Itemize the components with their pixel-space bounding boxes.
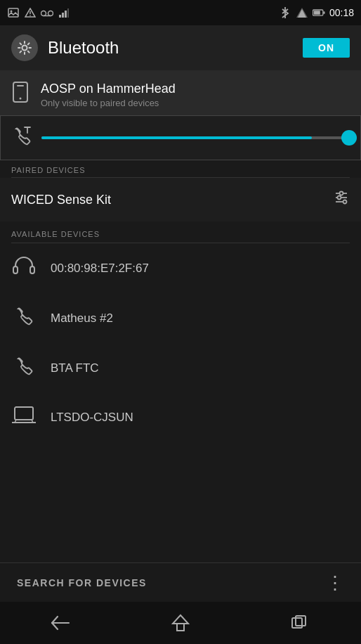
header-left: Bluetooth	[11, 34, 119, 61]
svg-rect-11	[67, 8, 69, 18]
slider-overlay	[0, 115, 361, 160]
warning-icon	[24, 6, 37, 19]
paired-devices-label: PAIRED DEVICES	[0, 160, 361, 177]
svg-point-4	[29, 15, 31, 16]
phone-icon	[11, 82, 29, 108]
svg-rect-9	[62, 13, 64, 18]
device-settings-icon[interactable]	[333, 189, 350, 210]
svg-rect-10	[65, 11, 67, 18]
slider-fill	[41, 136, 312, 139]
more-options-icon[interactable]: ⋮	[326, 574, 344, 592]
signal-icon	[296, 6, 308, 19]
svg-rect-33	[13, 266, 18, 273]
svg-marker-40	[173, 615, 188, 624]
svg-rect-8	[59, 15, 61, 18]
bottom-bar: SEARCH FOR DEVICES ⋮	[0, 562, 361, 602]
battery-icon	[313, 6, 325, 19]
svg-rect-41	[177, 624, 184, 631]
voicemail-icon	[41, 6, 53, 19]
device-item-phone1[interactable]: Matheus #2	[0, 293, 361, 343]
bluetooth-toggle[interactable]: ON	[303, 38, 350, 58]
available-devices-label: AVAILABLE DEVICES	[0, 221, 361, 243]
phone-call-icon-2	[11, 356, 37, 380]
status-bar: 00:18	[0, 0, 361, 25]
headphones-icon	[11, 256, 37, 281]
svg-point-26	[340, 192, 343, 195]
device-name-bta: BTA FTC	[51, 361, 99, 375]
device-info: AOSP on HammerHead Only visible to paire…	[41, 80, 176, 108]
device-item-laptop[interactable]: LTSDO-CJSUN	[0, 393, 361, 442]
device-item-headphones[interactable]: 00:80:98:E7:2F:67	[0, 243, 361, 293]
recents-button[interactable]	[280, 609, 322, 637]
svg-rect-34	[30, 266, 34, 273]
device-visibility-text: Only visible to paired devices	[41, 98, 176, 108]
device-name-section: AOSP on HammerHead Only visible to paire…	[0, 70, 361, 115]
toggle-container: ON	[303, 38, 350, 58]
gear-icon	[11, 34, 38, 61]
device-name-headphones: 00:80:98:E7:2F:67	[51, 262, 149, 276]
device-name-ltsdo: LTSDO-CJSUN	[51, 411, 133, 425]
volume-slider[interactable]	[41, 136, 349, 139]
nav-bar	[0, 602, 361, 644]
call-icon	[12, 126, 32, 150]
svg-rect-35	[15, 407, 33, 420]
signal-bars-icon	[58, 6, 70, 19]
device-name-text: AOSP on HammerHead	[41, 80, 176, 98]
paired-device-row[interactable]: WICED Sense Kit	[0, 178, 361, 221]
header: Bluetooth ON	[0, 25, 361, 70]
svg-rect-0	[8, 8, 18, 17]
svg-point-29	[338, 196, 341, 200]
bluetooth-icon	[279, 6, 291, 19]
laptop-icon	[11, 406, 37, 429]
svg-point-5	[41, 11, 46, 16]
svg-point-6	[48, 11, 53, 16]
page-title: Bluetooth	[48, 38, 119, 58]
back-button[interactable]	[39, 609, 81, 637]
svg-rect-17	[323, 11, 324, 14]
status-bar-right: 00:18	[279, 6, 354, 19]
paired-device-name: WICED Sense Kit	[11, 193, 111, 207]
status-bar-left	[7, 6, 70, 19]
time-display: 00:18	[329, 7, 354, 18]
slider-thumb	[341, 130, 357, 146]
svg-point-32	[343, 200, 347, 204]
device-item-phone2[interactable]: BTA FTC	[0, 343, 361, 393]
svg-point-18	[22, 46, 27, 51]
device-name-matheus: Matheus #2	[51, 311, 113, 326]
search-for-devices-button[interactable]: SEARCH FOR DEVICES	[17, 577, 147, 588]
image-icon	[7, 6, 20, 19]
svg-rect-16	[314, 11, 320, 14]
phone-call-icon-1	[11, 306, 37, 330]
svg-point-21	[20, 98, 22, 100]
home-button[interactable]	[159, 609, 202, 637]
